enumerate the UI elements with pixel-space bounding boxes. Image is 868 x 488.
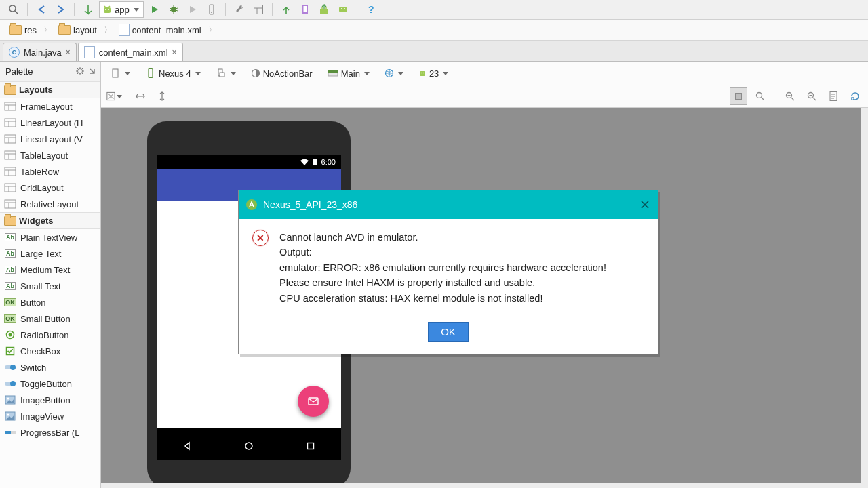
android-head-icon (102, 5, 112, 14)
palette-item-icon (4, 362, 16, 373)
palette-item-label: Button (20, 298, 46, 308)
api-dropdown[interactable]: 23 (414, 66, 453, 81)
svg-line-1 (15, 11, 18, 14)
palette-item[interactable]: ImageView (0, 408, 100, 424)
palette-item[interactable]: LinearLayout (H (0, 115, 100, 131)
run-grey-icon[interactable] (184, 2, 201, 17)
palette-item[interactable]: AbSmall Text (0, 278, 100, 294)
wifi-icon (300, 159, 309, 165)
minimize-icon[interactable] (87, 66, 98, 77)
svg-line-75 (762, 98, 764, 100)
palette-item[interactable]: RelativeLayout (0, 196, 100, 212)
palette-item-icon: Ab (4, 264, 16, 275)
gear-icon[interactable] (75, 66, 85, 77)
palette-item[interactable]: LinearLayout (V (0, 131, 100, 147)
palette-header: Palette (0, 62, 100, 81)
globe-icon (384, 68, 394, 78)
close-icon[interactable]: × (66, 47, 71, 57)
nav-recent-icon[interactable] (305, 441, 316, 453)
tools-icon[interactable] (231, 2, 248, 17)
android-status-bar: 6:00 (157, 155, 341, 169)
palette-item[interactable]: OKSmall Button (0, 310, 100, 327)
palette-item-label: LinearLayout (V (20, 134, 83, 144)
palette-item[interactable]: ToggleButton (0, 375, 100, 392)
palette-item[interactable]: TableLayout (0, 147, 100, 163)
separator (357, 3, 357, 16)
palette-category-layouts[interactable]: Layouts (0, 81, 100, 98)
palette-item-icon (4, 394, 16, 405)
expand-horizontal-icon[interactable] (132, 87, 149, 105)
dialog-title-bar[interactable]: Nexus_5_API_23_x86 (239, 190, 658, 219)
palette-item[interactable]: ProgressBar (L (0, 424, 100, 441)
forward-arrow-icon[interactable] (52, 2, 68, 17)
context-dropdown[interactable]: Main (323, 66, 374, 81)
svg-text:?: ? (368, 4, 374, 15)
run-icon[interactable] (146, 2, 163, 17)
refresh-icon[interactable] (846, 87, 864, 105)
attach-debugger-icon[interactable] (203, 2, 220, 17)
svg-point-70 (421, 73, 422, 74)
dialog-line: Cannot launch AVD in emulator. (279, 230, 606, 245)
expand-vertical-icon[interactable] (153, 87, 171, 105)
palette-item[interactable]: AbPlain TextView (0, 229, 100, 245)
sdk-manager-icon[interactable] (316, 2, 332, 17)
palette-item[interactable]: Switch (0, 359, 100, 375)
breadcrumb-item[interactable]: res (5, 25, 41, 35)
theme-dropdown[interactable]: NoActionBar (246, 66, 317, 81)
sync-gradle-icon[interactable] (278, 2, 294, 17)
palette-item[interactable]: OKButton (0, 294, 100, 310)
fab-button[interactable] (298, 386, 329, 417)
module-selector[interactable]: app (99, 1, 144, 18)
device-dropdown[interactable]: Nexus 4 (140, 66, 205, 81)
notes-icon[interactable] (825, 87, 842, 105)
palette-item[interactable]: ImageButton (0, 392, 100, 408)
back-arrow-icon[interactable] (33, 2, 50, 17)
separator (74, 3, 75, 16)
breadcrumb-item[interactable]: layout (54, 25, 101, 35)
palette-item-icon (4, 166, 16, 177)
svg-point-89 (245, 443, 252, 449)
make-project-icon[interactable] (80, 2, 96, 17)
palette-item-icon: Ab (4, 248, 16, 259)
zoom-in-icon[interactable] (781, 87, 799, 105)
palette-item[interactable]: TableRow (0, 163, 100, 180)
zoom-dropdown[interactable] (105, 66, 135, 81)
nav-back-icon[interactable] (182, 441, 193, 453)
avd-manager-icon[interactable] (297, 2, 313, 17)
design-surface-icon[interactable] (105, 87, 123, 105)
locale-dropdown[interactable] (380, 66, 408, 80)
palette-item[interactable]: GridLayout (0, 180, 100, 196)
svg-rect-61 (113, 69, 118, 77)
palette-item[interactable]: RadioButton (0, 327, 100, 343)
palette-item[interactable]: FrameLayout (0, 98, 100, 115)
orientation-dropdown[interactable] (211, 66, 241, 81)
breadcrumb-item[interactable]: content_main.xml (115, 24, 205, 36)
nav-home-icon[interactable] (243, 441, 254, 453)
svg-point-23 (341, 8, 342, 9)
svg-point-0 (9, 5, 16, 12)
palette-item[interactable]: AbLarge Text (0, 245, 100, 262)
zoom-icon[interactable] (751, 87, 769, 105)
svg-rect-33 (5, 135, 16, 143)
help-icon[interactable]: ? (363, 2, 379, 17)
tab-xml-file[interactable]: content_main.xml × (78, 43, 183, 61)
debug-icon[interactable] (165, 2, 182, 17)
close-icon[interactable] (637, 197, 652, 212)
select-icon[interactable] (730, 87, 747, 105)
search-icon[interactable] (5, 2, 22, 17)
svg-rect-88 (309, 398, 318, 405)
android-monitor-icon[interactable] (335, 2, 351, 17)
close-icon[interactable]: × (172, 47, 177, 57)
error-icon: ✕ (252, 230, 269, 246)
palette-item-label: ToggleButton (20, 379, 72, 389)
palette-item-icon: Ab (4, 281, 16, 291)
palette-item[interactable]: AbMedium Text (0, 262, 100, 278)
palette-category-widgets[interactable]: Widgets (0, 212, 100, 229)
palette-item-icon (4, 378, 16, 389)
tab-java-file[interactable]: C Main.java × (3, 43, 77, 61)
ok-button[interactable]: OK (428, 322, 469, 342)
layout-icon[interactable] (250, 2, 267, 17)
palette-item[interactable]: CheckBox (0, 343, 100, 359)
palette-item-icon (4, 150, 16, 161)
zoom-out-icon[interactable] (803, 87, 821, 105)
